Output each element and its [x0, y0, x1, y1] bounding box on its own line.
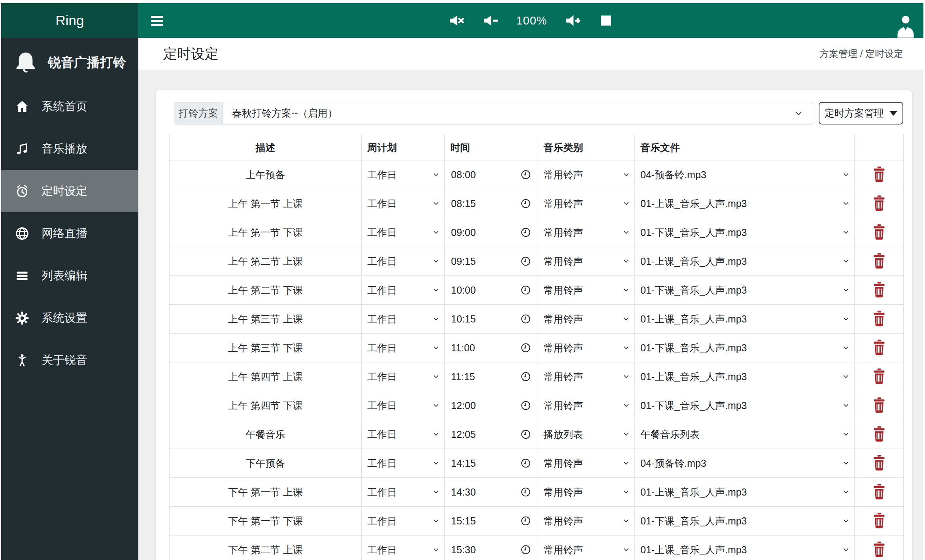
week-plan-select[interactable]: 工作日 — [362, 247, 444, 275]
user-menu[interactable] — [894, 13, 917, 38]
music-file-select[interactable]: 01-上课_音乐_人声.mp3 — [635, 362, 854, 391]
week-plan-select[interactable]: 工作日 — [362, 305, 444, 333]
schedule-description: 下午 第一节 上课 — [228, 486, 303, 498]
sidebar-item-home[interactable]: 系统首页 — [1, 85, 138, 128]
delete-row-button[interactable] — [872, 455, 886, 471]
week-plan-select[interactable]: 工作日 — [362, 334, 444, 362]
week-plan-select[interactable]: 工作日 — [362, 478, 444, 506]
music-category-select[interactable]: 常用铃声 — [538, 218, 634, 247]
time-input[interactable]: 11:00 — [445, 334, 538, 362]
time-input[interactable]: 14:30 — [445, 478, 538, 506]
page-title: 定时设定 — [163, 45, 219, 63]
time-input[interactable]: 15:30 — [445, 535, 538, 560]
sidebar-item-live[interactable]: 网络直播 — [1, 212, 138, 255]
music-file-select[interactable]: 01-上课_音乐_人声.mp3 — [635, 305, 854, 333]
music-file-select[interactable]: 01-上课_音乐_人声.mp3 — [635, 247, 854, 275]
music-category-select[interactable]: 常用铃声 — [538, 449, 634, 477]
plan-manage-button[interactable]: 定时方案管理 — [819, 102, 903, 124]
music-file-select[interactable]: 04-预备铃.mp3 — [635, 449, 854, 477]
delete-row-button[interactable] — [872, 311, 886, 326]
delete-row-button[interactable] — [872, 195, 886, 211]
delete-row-button[interactable] — [872, 426, 886, 442]
music-category-select[interactable]: 常用铃声 — [538, 478, 634, 506]
sidebar-item-settings[interactable]: 系统设置 — [1, 297, 138, 339]
music-file-select[interactable]: 01-上课_音乐_人声.mp3 — [635, 478, 854, 506]
time-input[interactable]: 11:15 — [445, 362, 538, 391]
music-category-select[interactable]: 常用铃声 — [538, 507, 634, 535]
delete-row-button[interactable] — [872, 368, 886, 384]
sidebar-item-list[interactable]: 列表编辑 — [1, 255, 138, 297]
sidebar-item-music[interactable]: 音乐播放 — [1, 128, 138, 170]
sidebar-toggle-button[interactable] — [149, 13, 165, 28]
delete-row-button[interactable] — [872, 513, 886, 528]
time-input[interactable]: 09:00 — [445, 218, 538, 247]
time-input[interactable]: 09:15 — [445, 247, 538, 275]
plan-label: 打铃方案 — [174, 102, 223, 124]
music-category-select[interactable]: 常用铃声 — [538, 535, 634, 560]
week-plan-select[interactable]: 工作日 — [362, 276, 444, 304]
time-input[interactable]: 08:15 — [445, 189, 538, 218]
week-plan-select[interactable]: 工作日 — [362, 218, 444, 247]
music-category-select[interactable]: 常用铃声 — [538, 189, 634, 218]
stop-button[interactable] — [598, 13, 614, 28]
week-plan-select[interactable]: 工作日 — [362, 189, 444, 218]
music-category-select[interactable]: 常用铃声 — [538, 305, 634, 333]
delete-row-button[interactable] — [872, 224, 886, 240]
week-plan-select[interactable]: 工作日 — [362, 449, 444, 477]
breadcrumb-parent[interactable]: 方案管理 — [819, 48, 857, 59]
time-input[interactable]: 08:00 — [445, 160, 538, 189]
music-category-select[interactable]: 常用铃声 — [538, 247, 634, 275]
delete-row-button[interactable] — [872, 541, 886, 557]
music-file-select[interactable]: 01-下课_音乐_人声.mp3 — [635, 218, 854, 247]
music-category-select[interactable]: 常用铃声 — [538, 391, 634, 420]
chevron-down-icon — [432, 229, 440, 236]
home-icon — [13, 99, 31, 114]
table-row: 上午 第一节 上课 工作日 08:15 常用铃声 01-上课_音乐_人声. — [170, 189, 904, 218]
week-plan-select[interactable]: 工作日 — [362, 391, 444, 420]
time-input[interactable]: 12:00 — [445, 391, 538, 420]
sidebar-item-label: 系统设置 — [42, 310, 87, 326]
week-plan-select[interactable]: 工作日 — [362, 420, 444, 449]
music-category-select[interactable]: 常用铃声 — [538, 362, 634, 391]
music-file-select[interactable]: 01-下课_音乐_人声.mp3 — [635, 507, 854, 535]
week-plan-select[interactable]: 工作日 — [362, 507, 444, 535]
volume-up-button[interactable] — [564, 12, 581, 29]
sidebar-item-timer[interactable]: 定时设定 — [1, 170, 138, 212]
time-input[interactable]: 10:00 — [445, 276, 538, 304]
week-plan-select[interactable]: 工作日 — [362, 535, 444, 560]
music-file-select[interactable]: 午餐音乐列表 — [635, 420, 854, 449]
column-header-music-file: 音乐文件 — [635, 135, 855, 160]
week-plan-select[interactable]: 工作日 — [362, 362, 444, 391]
plan-select[interactable]: 春秋打铃方案--（启用） — [223, 102, 813, 124]
time-input[interactable]: 10:15 — [445, 305, 538, 333]
music-file-select[interactable]: 01-上课_音乐_人声.mp3 — [635, 189, 854, 218]
delete-row-button[interactable] — [872, 166, 886, 182]
time-input[interactable]: 12:05 — [445, 420, 538, 449]
music-file-select[interactable]: 01-下课_音乐_人声.mp3 — [635, 391, 854, 420]
time-input[interactable]: 15:15 — [445, 507, 538, 535]
music-file-select[interactable]: 01-下课_音乐_人声.mp3 — [635, 276, 854, 304]
music-file-select[interactable]: 01-上课_音乐_人声.mp3 — [635, 535, 854, 560]
trash-icon — [872, 484, 886, 500]
trash-icon — [872, 455, 886, 471]
chevron-down-icon — [623, 200, 630, 207]
delete-row-button[interactable] — [872, 397, 886, 413]
delete-row-button[interactable] — [872, 484, 886, 500]
music-category-select[interactable]: 常用铃声 — [538, 276, 634, 304]
mute-button[interactable] — [448, 12, 465, 29]
delete-row-button[interactable] — [872, 253, 886, 269]
time-input[interactable]: 14:15 — [445, 449, 538, 477]
volume-down-button[interactable] — [482, 12, 499, 29]
sidebar-item-about[interactable]: 关于锐音 — [1, 339, 138, 381]
music-category-select[interactable]: 常用铃声 — [538, 334, 634, 362]
music-category-select[interactable]: 播放列表 — [538, 420, 634, 449]
delete-row-button[interactable] — [872, 282, 886, 298]
plan-manage-label: 定时方案管理 — [825, 107, 884, 120]
music-file-select[interactable]: 04-预备铃.mp3 — [635, 160, 854, 189]
music-category-select[interactable]: 常用铃声 — [538, 160, 634, 189]
delete-row-button[interactable] — [872, 339, 886, 355]
column-header-music-category: 音乐类别 — [538, 135, 635, 160]
music-file-select[interactable]: 01-下课_音乐_人声.mp3 — [635, 334, 854, 362]
week-plan-select[interactable]: 工作日 — [362, 160, 444, 189]
table-row: 上午 第三节 上课 工作日 10:15 常用铃声 01-上课_音乐_人声. — [170, 305, 904, 334]
